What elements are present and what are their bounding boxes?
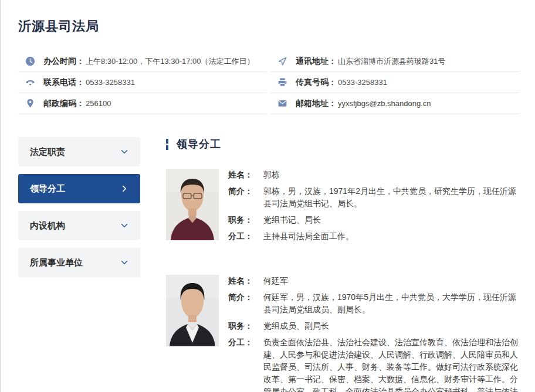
- contact-info-panel: 办公时间： 上午8:30-12:00，下午13:30-17:00（法定工作日） …: [18, 51, 519, 114]
- contact-value: 上午8:30-12:00，下午13:30-17:00（法定工作日）: [86, 56, 255, 67]
- contact-label: 通讯地址：: [296, 56, 337, 67]
- contact-row-address: 通讯地址： 山东省淄博市沂源县药玻路31号: [270, 51, 519, 72]
- sidebar-item-label: 所属事业单位: [30, 257, 83, 268]
- leader-photo-he-tingjun: [166, 275, 219, 346]
- contact-label: 传真号码：: [296, 77, 337, 88]
- field-label: 分工：: [228, 230, 263, 243]
- section-marker-icon: [166, 139, 168, 150]
- field-name: 姓名： 何廷军: [228, 275, 519, 287]
- contact-value: 256100: [86, 99, 111, 108]
- postcode-icon: [25, 98, 35, 108]
- sidebar-nav: 法定职责 领导分工 内设机构 所属事业单位: [18, 137, 140, 392]
- field-duty: 分工： 负责全面依法治县、法治社会建设、法治宣传教育、依法治理和法治创建、人民参…: [228, 336, 519, 392]
- chevron-down-icon: [120, 148, 128, 156]
- leader-position: 党组书记、局长: [263, 214, 519, 226]
- chevron-down-icon: [120, 258, 128, 267]
- field-label: 分工：: [228, 336, 263, 392]
- field-label: 职务：: [228, 320, 263, 332]
- contact-row-office-hours: 办公时间： 上午8:30-12:00，下午13:30-17:00（法定工作日）: [18, 51, 267, 72]
- contact-row-fax: 传真号码： 0533-3258331: [270, 72, 519, 93]
- contact-row-phone: 联系电话： 0533-3258331: [18, 72, 267, 93]
- contact-value: 0533-3258331: [86, 78, 135, 87]
- leader-fields: 姓名： 郭栋 简介： 郭栋，男，汉族，1971年2月出生，中共党员，研究生学历，…: [228, 169, 519, 247]
- field-label: 简介：: [228, 185, 263, 210]
- content-panel: 领导分工: [166, 137, 519, 392]
- mail-icon: [277, 98, 287, 108]
- sidebar-item-label: 法定职责: [30, 146, 65, 158]
- leader-name: 郭栋: [263, 169, 519, 181]
- contact-label: 邮政编码：: [43, 98, 84, 109]
- leader-position: 党组成员、副局长: [263, 320, 519, 332]
- field-position: 职务： 党组书记、局长: [228, 214, 519, 226]
- contact-label: 邮箱地址：: [296, 98, 337, 109]
- field-name: 姓名： 郭栋: [228, 169, 519, 181]
- page-title: 沂源县司法局: [18, 18, 519, 35]
- navigation-icon: [277, 56, 287, 66]
- contact-value: yyxsfjbgs@zb.shandong.cn: [338, 99, 431, 108]
- leader-intro: 郭栋，男，汉族，1971年2月出生，中共党员，研究生学历，现任沂源县司法局党组书…: [263, 185, 519, 210]
- leader-fields: 姓名： 何廷军 简介： 何廷军，男，汉族，1970年5月出生，中共党员，大学学历…: [228, 275, 519, 392]
- sidebar-item-leadership-division[interactable]: 领导分工: [18, 174, 140, 203]
- leader-photo-guo-dong: [166, 169, 219, 240]
- sidebar-item-label: 领导分工: [30, 183, 65, 195]
- clock-icon: [25, 56, 35, 66]
- section-title: 领导分工: [177, 137, 221, 151]
- field-label: 姓名：: [228, 275, 263, 287]
- field-position: 职务： 党组成员、副局长: [228, 320, 519, 332]
- section-header: 领导分工: [166, 137, 519, 151]
- leader-profile: 姓名： 郭栋 简介： 郭栋，男，汉族，1971年2月出生，中共党员，研究生学历，…: [166, 169, 519, 247]
- chevron-down-icon: [120, 221, 128, 230]
- contact-row-email: 邮箱地址： yyxsfjbgs@zb.shandong.cn: [270, 93, 519, 114]
- field-label: 简介：: [228, 291, 263, 316]
- leader-duty: 负责全面依法治县、法治社会建设、法治宣传教育、依法治理和法治创建、人民参与和促进…: [263, 336, 519, 392]
- contact-value: 山东省淄博市沂源县药玻路31号: [338, 56, 445, 67]
- contact-label: 办公时间：: [43, 56, 84, 67]
- contact-value: 0533-3258331: [338, 78, 387, 87]
- leader-duty: 主持县司法局全面工作。: [263, 230, 519, 243]
- contact-row-postcode: 邮政编码： 256100: [18, 93, 267, 114]
- leader-intro: 何廷军，男，汉族，1970年5月出生，中共党员，大学学历，现任沂源县司法局党组成…: [263, 291, 519, 316]
- sidebar-item-label: 内设机构: [30, 220, 65, 231]
- field-intro: 简介： 郭栋，男，汉族，1971年2月出生，中共党员，研究生学历，现任沂源县司法…: [228, 185, 519, 210]
- field-intro: 简介： 何廷军，男，汉族，1970年5月出生，中共党员，大学学历，现任沂源县司法…: [228, 291, 519, 316]
- field-label: 姓名：: [228, 169, 263, 181]
- leader-profile: 姓名： 何廷军 简介： 何廷军，男，汉族，1970年5月出生，中共党员，大学学历…: [166, 275, 519, 392]
- main-area: 法定职责 领导分工 内设机构 所属事业单位: [18, 137, 519, 392]
- page-container: 沂源县司法局 办公时间： 上午8:30-12:00，下午13:30-17:00（…: [1, 18, 535, 392]
- sidebar-item-legal-duties[interactable]: 法定职责: [18, 137, 140, 166]
- phone-icon: [25, 77, 35, 87]
- field-duty: 分工： 主持县司法局全面工作。: [228, 230, 519, 243]
- leader-name: 何廷军: [263, 275, 519, 287]
- sidebar-item-affiliated-units[interactable]: 所属事业单位: [18, 248, 140, 277]
- field-label: 职务：: [228, 214, 263, 226]
- contact-label: 联系电话：: [43, 77, 84, 88]
- sidebar-item-internal-orgs[interactable]: 内设机构: [18, 211, 140, 240]
- chevron-right-icon: [120, 185, 128, 193]
- fax-icon: [277, 77, 287, 87]
